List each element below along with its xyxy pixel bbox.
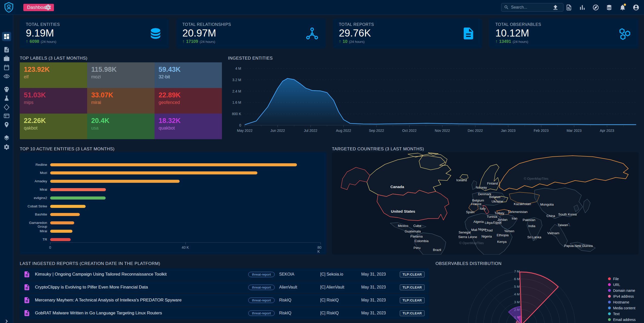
opencti-logo[interactable]	[4, 2, 14, 13]
svg-text:6 M: 6 M	[514, 277, 520, 281]
label-tile-name: qakbot	[24, 125, 83, 131]
sidebar-item-data[interactable]	[3, 135, 10, 141]
sidebar-item-events[interactable]	[3, 64, 10, 71]
top-active-entities-chart: RedlineMoziAmadeyMiraievilginx2Cobalt St…	[20, 152, 327, 255]
report-source: AlienVault	[279, 285, 320, 290]
report-type-cell: threat-report	[244, 285, 279, 290]
legend-item-text[interactable]: Text	[608, 311, 636, 317]
label-tile-qakbot[interactable]: 22.26Kqakbot	[20, 114, 87, 139]
metric-period: (24 hours)	[513, 40, 528, 44]
label-tile-name: quakbot	[159, 125, 218, 131]
data-sharing-icon[interactable]	[604, 2, 614, 12]
svg-text:7 M: 7 M	[514, 270, 520, 273]
report-row[interactable]: Kimsuky | Ongoing Campaign Using Tailore…	[20, 268, 429, 280]
bar-gamaredon-group	[50, 221, 74, 224]
label-tile-32-bit[interactable]: 59.43K32-bit	[155, 62, 222, 88]
bar-x-tick-label: 80 K	[317, 245, 324, 254]
sidebar-item-analyses[interactable]	[3, 46, 10, 53]
report-marking-cell: TLP:CLEAR	[399, 284, 425, 290]
report-row[interactable]: Mercenary Mayhem: A Technical Analysis o…	[20, 294, 429, 306]
hexagons-icon	[618, 26, 632, 41]
sidebar-item-dashboard[interactable]	[2, 32, 11, 41]
report-source: SEKOIA	[279, 272, 320, 277]
export-icon[interactable]	[550, 2, 560, 12]
label-tile-geofenced[interactable]: 22.89Kgeofenced	[155, 88, 222, 114]
legend-label: Domain name	[613, 289, 635, 293]
label-tile-mips[interactable]: 51.03Kmips	[20, 88, 87, 114]
bar-tr	[50, 238, 71, 241]
svg-text:Nov 2022: Nov 2022	[435, 129, 450, 133]
notifications-icon[interactable]	[617, 2, 628, 12]
bar-label: evilginx2	[21, 196, 47, 200]
report-type-chip[interactable]: threat-report	[248, 285, 275, 290]
report-date: May 31, 2023	[361, 272, 399, 277]
report-type-chip[interactable]: threat-report	[248, 272, 275, 277]
bar-x-tick-label: 40 K	[182, 245, 189, 249]
sidebar-item-entities[interactable]	[3, 113, 10, 119]
sidebar-item-locations[interactable]	[3, 121, 10, 128]
bar-label: Mirai	[21, 188, 47, 191]
report-type-chip[interactable]: threat-report	[248, 298, 275, 303]
legend-item-hostname[interactable]: Hostname	[608, 299, 636, 305]
report-creator: [C] AlienVault	[320, 285, 361, 290]
dashboard-settings-icon[interactable]	[45, 4, 52, 11]
report-title: GobRAT Malware Written in Go Language Ta…	[35, 311, 244, 316]
bar-label: Bashlite	[21, 212, 47, 216]
section-title-observables-distribution: OBSERVABLES DISTRIBUTION	[435, 261, 502, 266]
bar-bashlite	[50, 213, 80, 216]
legend-item-media-content[interactable]: Media content	[608, 305, 636, 311]
report-source: RiskIQ	[279, 298, 320, 302]
label-tile-usa[interactable]: 20.4Kusa	[87, 114, 155, 139]
legend-item-domain-name[interactable]: Domain name	[608, 288, 636, 293]
report-creator: [C] Sekoia.io	[320, 272, 361, 277]
label-tile-value: 22.26K	[24, 117, 83, 125]
report-type-chip[interactable]: threat-report	[248, 311, 275, 316]
bar-label: Mirai	[21, 229, 47, 233]
sidebar-expand-chevron-icon[interactable]	[3, 318, 10, 323]
report-row[interactable]: GobRAT Malware Written in Go Language Ta…	[20, 307, 429, 319]
opencti-dashboard: Dashboard	[0, 0, 644, 323]
bar-label: Cobalt Strike	[21, 204, 47, 208]
sidebar-item-threats[interactable]	[3, 86, 10, 93]
sidebar-item-arsenal[interactable]	[3, 95, 10, 101]
sidebar-item-techniques[interactable]	[3, 104, 10, 111]
bar-x-tick	[320, 242, 321, 244]
report-date: May 31, 2023	[361, 311, 399, 315]
report-row[interactable]: CryptoClippy is Evolving to Pilfer Even …	[20, 281, 429, 293]
legend-item-email-address[interactable]: Email address	[608, 317, 636, 322]
explore-icon[interactable]	[591, 2, 601, 12]
sidebar-item-cases[interactable]	[3, 55, 10, 62]
section-title-ingested-entities: INGESTED ENTITIES	[228, 56, 273, 61]
label-tile-name: elf	[24, 74, 83, 80]
legend-dot	[608, 318, 611, 321]
metric-card-total-reports: TOTAL REPORTS 29.76K ↑10(24 hours)	[333, 19, 482, 48]
sidebar-item-settings[interactable]	[3, 144, 10, 150]
label-tile-mozi[interactable]: 115.98Kmozi	[87, 62, 155, 88]
targeted-countries-map[interactable]: IcelandNorwayFinlandDenmarkBelarusBelgiu…	[332, 152, 639, 255]
metric-title: TOTAL REPORTS	[339, 22, 476, 27]
legend-dot	[608, 312, 611, 315]
legend-item-url[interactable]: URL	[608, 282, 636, 288]
bar-amadey	[50, 180, 180, 183]
label-tile-mirai[interactable]: 33.07Kmirai	[87, 88, 155, 114]
metric-card-total-observables: TOTAL OBSERVABLES 10.12M ↑13491(24 hours…	[489, 19, 639, 48]
report-date: May 31, 2023	[361, 285, 399, 290]
map-attribution: © OpenMapTiles	[459, 241, 484, 245]
bulk-search-icon[interactable]	[564, 2, 574, 12]
legend-item-file[interactable]: File	[608, 276, 636, 282]
notification-badge	[624, 4, 626, 6]
account-icon[interactable]	[631, 2, 641, 12]
svg-text:Sep 2022: Sep 2022	[369, 129, 384, 133]
bar-label: Amadey	[21, 179, 47, 183]
label-tile-elf[interactable]: 123.92Kelf	[20, 62, 87, 88]
bar-label: Redline	[21, 163, 47, 167]
report-type-cell: threat-report	[244, 311, 279, 316]
sidebar-item-observations[interactable]	[3, 73, 10, 80]
world-map	[332, 152, 639, 255]
metric-delta: 17109	[186, 39, 198, 44]
report-marking-chip: TLP:CLEAR	[400, 284, 425, 290]
analytics-icon[interactable]	[577, 2, 587, 12]
metric-value: 9.19M	[26, 28, 163, 38]
legend-item-ipv4-address[interactable]: IPv4 address	[608, 293, 636, 299]
label-tile-quakbot[interactable]: 18.32Kquakbot	[155, 114, 222, 139]
